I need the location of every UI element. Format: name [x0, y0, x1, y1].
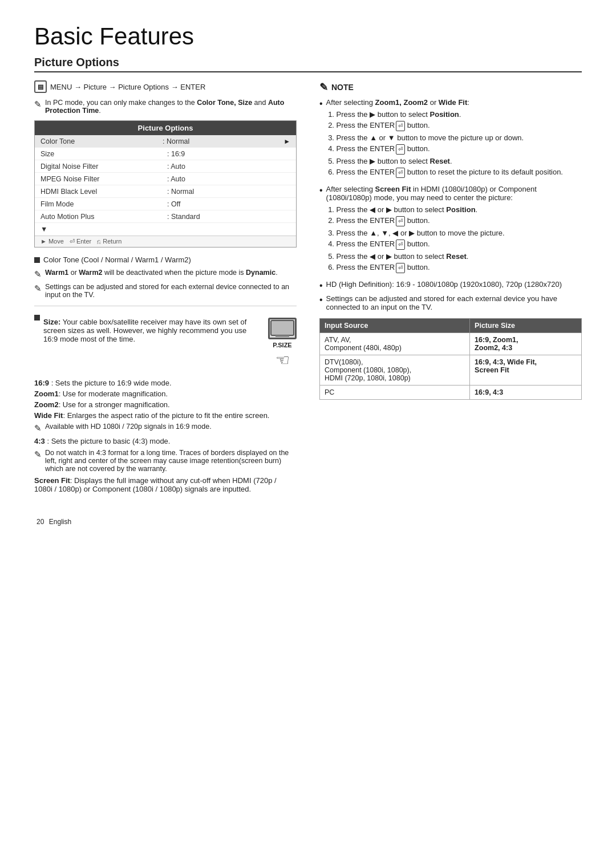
enter-icon-5: ⏎: [396, 240, 405, 250]
size-text: Size: Your cable box/satellite receiver …: [43, 318, 262, 343]
hdmi-label: HDMI Black Level: [40, 188, 164, 196]
zoom2-text: Zoom2: Use for a stronger magnification.: [34, 400, 297, 409]
color-tone-value: : Normal: [159, 137, 281, 145]
settings-note-2-text: Settings can be adjusted and stored for …: [326, 294, 582, 311]
picture-options-box: Picture Options Color Tone : Normal ► Si…: [34, 120, 297, 248]
pencil-icon-2: ✎: [34, 269, 42, 279]
down-arrow-label: ▼: [40, 225, 290, 233]
zoom-steps-list: Press the ▶ button to select Position. P…: [326, 110, 563, 178]
divider: [34, 306, 297, 306]
menu-icon: ▤: [34, 80, 47, 93]
warm-note: ✎ Warm1 or Warm2 will be deactivated whe…: [34, 269, 297, 279]
footer-enter: ⏎ Enter: [70, 238, 91, 245]
size-43-text: 4:3 : Sets the picture to basic (4:3) mo…: [34, 437, 297, 445]
enter-icon: ⏎: [396, 121, 405, 131]
43-warn-note: ✎ Do not watch in 4:3 format for a long …: [34, 449, 297, 473]
after-zoom-content: After selecting Zoom1, Zoom2 or Wide Fit…: [326, 98, 563, 181]
size-value: : 16:9: [164, 150, 290, 158]
svg-rect-1: [275, 335, 289, 337]
enter-icon-4: ⏎: [396, 216, 405, 226]
43-warn-text: Do not watch in 4:3 format for a long ti…: [45, 449, 297, 473]
psize-image: P.SIZE ☜: [268, 318, 297, 370]
section-title: Picture Options: [34, 56, 582, 72]
hd-def-bullet: • HD (High Definition): 16:9 - 1080i/108…: [319, 280, 582, 291]
picture-size-header: Picture Size: [470, 319, 582, 333]
dot-bullet-4-icon: •: [319, 294, 323, 305]
input-source-header: Input Source: [320, 319, 470, 333]
size-169-text: 16:9 : Sets the picture to 16:9 wide mod…: [34, 379, 297, 387]
dot-bullet-2-icon: •: [319, 185, 323, 196]
warm-note-text: Warm1 or Warm2 will be deactivated when …: [45, 269, 278, 277]
input-source-3: PC: [320, 386, 470, 400]
size-section: Size: Your cable box/satellite receiver …: [43, 318, 297, 370]
zoom1-text: Zoom1: Use for moderate magnification.: [34, 390, 297, 398]
page-number-value: 20: [37, 518, 44, 526]
options-row-down-arrow: ▼: [35, 223, 296, 236]
wide-fit-text: Wide Fit: Enlarges the aspect ratio of t…: [34, 411, 297, 420]
page-number: 20 English: [34, 516, 582, 526]
picture-size-2: 16:9, 4:3, Wide Fit,Screen Fit: [470, 355, 582, 386]
film-label: Film Mode: [40, 200, 164, 208]
after-zoom-header: After selecting Zoom1, Zoom2 or Wide Fit…: [326, 98, 563, 107]
dot-bullet-3-icon: •: [319, 280, 323, 291]
input-source-1: ATV, AV,Component (480i, 480p): [320, 333, 470, 355]
pencil-icon-3: ✎: [34, 283, 42, 294]
note-label: NOTE: [331, 83, 354, 92]
enter-icon-2: ⏎: [396, 144, 405, 155]
options-row-size: Size : 16:9: [35, 148, 296, 160]
menu-path-text: MENU → Picture → Picture Options → ENTER: [50, 83, 205, 91]
options-footer: ► Move ⏎ Enter ⎌ Return: [35, 236, 296, 247]
sf-step-5: Press the ◀ or ▶ button to select Reset.: [337, 252, 582, 261]
options-row-hdmi: HDMI Black Level : Normal: [35, 185, 296, 198]
enter-icon-3: ⏎: [396, 168, 405, 178]
options-row-film: Film Mode : Off: [35, 198, 296, 210]
hd-def-text: HD (High Definition): 16:9 - 1080i/1080p…: [326, 280, 562, 289]
zoom-step-6: Press the ENTER⏎ button to reset the pic…: [337, 168, 563, 178]
amp-value: : Standard: [164, 213, 290, 221]
square-bullet-2-icon: [34, 315, 40, 320]
psize-label: P.SIZE: [273, 342, 291, 348]
sf-step-1: Press the ◀ or ▶ button to select Positi…: [337, 205, 582, 214]
footer-return: ⎌ Return: [97, 238, 121, 245]
page-language: English: [49, 518, 71, 526]
mpeg-value: : Auto: [164, 175, 290, 183]
pc-mode-text: In PC mode, you can only make changes to…: [45, 99, 297, 115]
screen-fit-text: Screen Fit: Displays the full image with…: [34, 476, 297, 493]
sf-step-3: Press the ▲, ▼, ◀ or ▶ button to move th…: [337, 229, 582, 237]
settings-note-2: • Settings can be adjusted and stored fo…: [319, 294, 582, 311]
right-column: ✎ NOTE • After selecting Zoom1, Zoom2 or…: [319, 80, 582, 400]
after-screenfit-bullet: • After selecting Screen Fit in HDMI (10…: [319, 185, 582, 277]
color-tone-bullet-text: Color Tone (Cool / Normal / Warm1 / Warm…: [43, 255, 297, 264]
footer-move: ► Move: [40, 238, 64, 245]
hd-note: ✎ Available with HD 1080i / 720p signals…: [34, 423, 297, 433]
svg-rect-0: [271, 320, 294, 335]
size-section-bullet: Size: Your cable box/satellite receiver …: [34, 313, 297, 374]
options-row-mpeg: MPEG Noise Filter : Auto: [35, 173, 296, 185]
color-tone-section: Color Tone (Cool / Normal / Warm1 / Warm…: [34, 255, 297, 264]
picture-size-3: 16:9, 4:3: [470, 386, 582, 400]
note-header: ✎ NOTE: [319, 80, 582, 94]
screenfit-steps-list: Press the ◀ or ▶ button to select Positi…: [326, 205, 582, 273]
film-value: : Off: [164, 200, 290, 208]
input-source-2: DTV(1080i),Component (1080i, 1080p),HDMI…: [320, 355, 470, 386]
pencil-icon-4: ✎: [34, 423, 42, 433]
settings-note: ✎ Settings can be adjusted and stored fo…: [34, 283, 297, 299]
dot-bullet-icon: •: [319, 98, 323, 109]
zoom-step-2: Press the ENTER⏎ button.: [337, 121, 563, 131]
amp-label: Auto Motion Plus: [40, 213, 164, 221]
square-bullet-icon: [34, 257, 40, 263]
enter-icon-6: ⏎: [396, 263, 405, 273]
mpeg-label: MPEG Noise Filter: [40, 175, 164, 183]
menu-path: ▤ MENU → Picture → Picture Options → ENT…: [34, 80, 297, 93]
picture-size-1: 16:9, Zoom1,Zoom2, 4:3: [470, 333, 582, 355]
zoom-step-4: Press the ENTER⏎ button.: [337, 144, 563, 155]
table-row: PC 16:9, 4:3: [320, 386, 582, 400]
left-column: ▤ MENU → Picture → Picture Options → ENT…: [34, 80, 297, 493]
sf-step-4: Press the ENTER⏎ button.: [337, 240, 582, 250]
picture-options-header: Picture Options: [35, 121, 296, 135]
pencil-icon-5: ✎: [34, 449, 42, 460]
dnf-value: : Auto: [164, 163, 290, 171]
table-row: ATV, AV,Component (480i, 480p) 16:9, Zoo…: [320, 333, 582, 355]
pc-mode-note: ✎ In PC mode, you can only make changes …: [34, 99, 297, 115]
settings-note-text: Settings can be adjusted and stored for …: [45, 283, 297, 299]
